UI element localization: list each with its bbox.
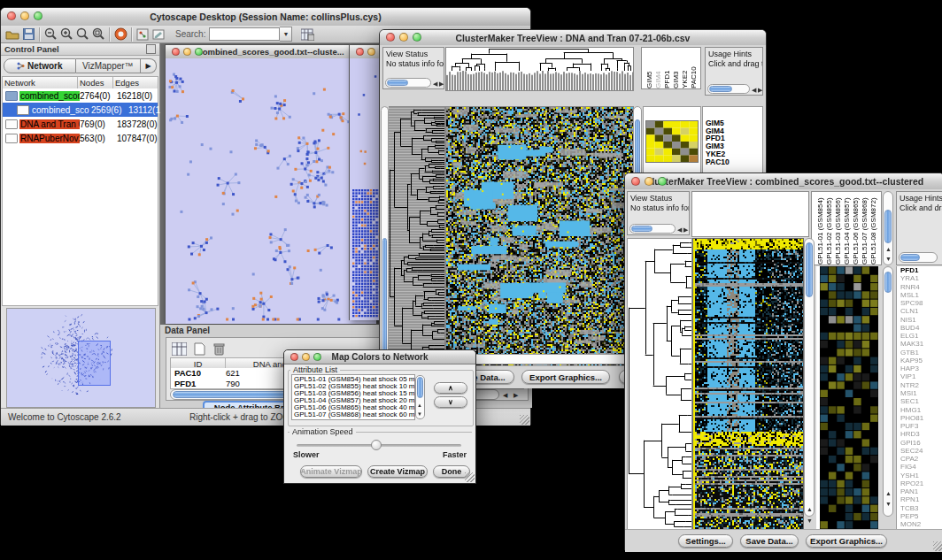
gene-label[interactable]: HRD3 [900, 430, 942, 438]
gene-label[interactable]: TCB3 [900, 504, 942, 512]
resize-grip[interactable] [465, 472, 475, 482]
network-list-row[interactable]: DNA and Tran 07 769(0) 183728(0) [3, 117, 158, 131]
view-status-hscrollbar[interactable] [385, 78, 431, 88]
network-list-row[interactable]: combined_sco 2569(6) 13112(15) [3, 103, 158, 117]
window-controls[interactable] [7, 12, 42, 20]
treeview2-titlebar[interactable]: ClusterMaker TreeView : combined_scores_… [625, 173, 942, 190]
gene-label[interactable]: CLN1 [900, 307, 942, 315]
zoom-out-icon[interactable] [42, 27, 58, 42]
scroll-right-icon[interactable]: ▶ [513, 392, 518, 398]
network-overview-icon[interactable] [135, 27, 151, 42]
heatmap-global[interactable] [692, 238, 804, 531]
column-dendrogram[interactable] [445, 47, 634, 91]
close-icon[interactable] [7, 12, 16, 20]
column-label[interactable]: GPL51-07 (GSM868) [861, 192, 869, 265]
minimize-icon[interactable] [20, 12, 29, 20]
minimize-icon[interactable] [399, 33, 408, 42]
column-label[interactable]: GPL51-04 (GSM857) [843, 192, 852, 265]
gene-label[interactable]: MSL1 [900, 291, 942, 299]
gene-label[interactable]: NIS1 [900, 316, 942, 324]
network-overview-birdseye[interactable] [6, 308, 156, 408]
scroll-right-icon[interactable]: ▶ [683, 226, 688, 233]
column-label[interactable]: GIM4 [654, 48, 663, 88]
gene-label[interactable]: VIP1 [900, 372, 942, 380]
gene-label[interactable]: GTB1 [900, 349, 942, 357]
column-label[interactable]: GIM3 [672, 48, 681, 88]
export-graphics-button[interactable]: Export Graphics... [521, 370, 610, 384]
row-label[interactable]: PAC10 [706, 158, 762, 166]
column-label[interactable]: PAC10 [690, 48, 699, 88]
heatmap-global[interactable] [445, 106, 634, 372]
zoom-window-icon[interactable] [413, 33, 421, 42]
help-lifering-icon[interactable] [112, 27, 128, 42]
treeview1-titlebar[interactable]: ClusterMaker TreeView : DNA and Tran 07-… [380, 30, 766, 46]
gene-label[interactable]: NTR2 [900, 381, 942, 389]
gene-label[interactable]: MON2 [900, 520, 942, 528]
float-panel-icon[interactable] [146, 44, 156, 54]
save-data-button[interactable]: Save Data... [740, 534, 799, 548]
scroll-down-icon[interactable]: ▼ [807, 518, 813, 524]
heatmap-zoom[interactable] [820, 266, 878, 529]
open-file-icon[interactable] [4, 27, 20, 42]
gene-label[interactable]: SEC1 [900, 397, 942, 405]
gene-label[interactable]: YSH1 [900, 472, 942, 479]
network-table-header[interactable]: Network Nodes Edges [3, 77, 158, 88]
gene-label[interactable]: PAN1 [900, 487, 942, 495]
create-vizmap-button[interactable]: Create Vizmap [367, 465, 428, 478]
usage-hints-hscrollbar[interactable] [899, 252, 938, 263]
close-icon[interactable] [172, 48, 180, 56]
gene-label[interactable]: FIG4 [900, 463, 942, 471]
minimize-icon[interactable] [183, 48, 191, 56]
settings-button[interactable]: Settings... [678, 534, 733, 548]
scroll-up-icon[interactable]: ▲ [885, 490, 892, 496]
gene-label[interactable]: PFD1 [900, 266, 942, 274]
network-list-row[interactable]: RNAPuberNov2+| 563(0) 107847(0) [3, 131, 158, 145]
scroll-up-icon[interactable]: ▲ [417, 403, 422, 408]
delete-attribute-trash-icon[interactable] [211, 341, 227, 357]
close-icon[interactable] [356, 48, 364, 56]
scroll-down-icon[interactable]: ▼ [885, 256, 892, 262]
gene-label[interactable]: SPC98 [900, 299, 942, 307]
gene-label[interactable]: RPN1 [900, 495, 942, 503]
animation-speed-slider[interactable] [297, 444, 461, 447]
column-label[interactable]: GPL51-02 (GSM855) [825, 192, 834, 265]
gene-label[interactable]: YRA1 [900, 274, 942, 282]
column-labels-vscrollbar[interactable] [883, 191, 893, 265]
minimize-icon[interactable] [645, 177, 653, 186]
close-icon[interactable] [386, 33, 395, 42]
heatmap-vscrollbar[interactable] [804, 238, 815, 517]
column-label[interactable]: PFD1 [663, 48, 672, 88]
column-label[interactable]: YKE2 [681, 48, 690, 88]
zoom-in-icon[interactable] [58, 27, 74, 42]
tab-vizmapper[interactable]: VizMapper™ [76, 58, 141, 73]
scroll-down-icon[interactable]: ▼ [417, 411, 422, 417]
scroll-right-icon[interactable]: ▶ [439, 81, 444, 87]
gene-label[interactable]: RPO21 [900, 479, 942, 487]
save-icon[interactable] [20, 27, 36, 42]
zoom-vscrollbar[interactable] [883, 266, 893, 517]
gene-label[interactable]: HMG1 [900, 406, 942, 414]
scroll-left-icon[interactable]: ◀ [503, 392, 507, 398]
scroll-left-icon[interactable]: ◀ [677, 226, 682, 233]
zoom-window-icon[interactable] [195, 48, 203, 56]
search-dropdown-arrow-icon[interactable]: ▼ [280, 27, 292, 42]
new-attribute-icon[interactable] [191, 341, 207, 357]
gene-label[interactable]: PUF3 [900, 422, 942, 430]
column-dendrogram-panel[interactable] [691, 191, 809, 237]
select-attributes-icon[interactable] [171, 341, 187, 357]
close-icon[interactable] [290, 353, 298, 361]
tab-overflow-arrow-icon[interactable]: ▶ [141, 58, 157, 73]
gene-label[interactable]: SEC24 [900, 447, 942, 455]
usage-hints-hscrollbar[interactable] [707, 84, 750, 94]
move-up-button[interactable]: ∧ [434, 382, 467, 394]
gene-label[interactable]: RNR4 [900, 283, 942, 291]
gene-label[interactable]: CPA2 [900, 455, 942, 463]
attribute-table-icon[interactable] [299, 27, 315, 42]
view-status-hscrollbar[interactable] [629, 224, 676, 234]
heatmap-zoom[interactable] [645, 120, 699, 163]
resize-grip[interactable] [520, 415, 529, 425]
row-dendrogram[interactable] [389, 106, 445, 372]
scroll-up-icon[interactable]: ▲ [807, 506, 813, 512]
export-graphics-button[interactable]: Export Graphics... [806, 534, 887, 548]
column-label[interactable]: GPL51-08 (GSM872) [869, 192, 878, 265]
